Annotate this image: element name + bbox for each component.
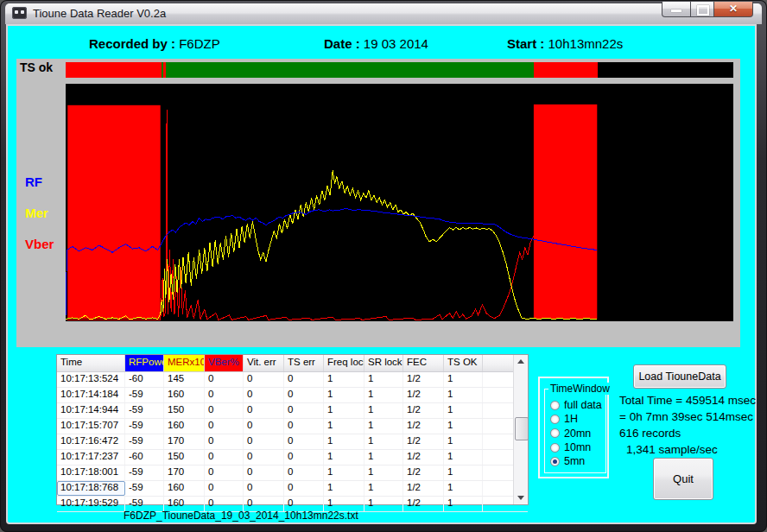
table-cell[interactable]: 1 <box>324 466 364 480</box>
table-cell[interactable]: 1 <box>324 450 364 465</box>
table-cell[interactable]: 10:17:15:707 <box>57 419 125 434</box>
table-cell[interactable]: 1 <box>364 419 403 434</box>
scroll-down-icon[interactable] <box>514 491 528 504</box>
table-row[interactable]: 10:17:18:768-59160000111/21 <box>57 481 528 497</box>
table-cell[interactable]: 0 <box>244 419 284 434</box>
table-cell[interactable]: -59 <box>125 419 164 434</box>
column-header-ts-err[interactable]: TS err <box>284 355 324 371</box>
close-button[interactable]: ✕ <box>713 2 753 17</box>
scrollbar-thumb[interactable] <box>515 417 529 440</box>
table-cell[interactable]: 1 <box>324 419 364 434</box>
table-cell[interactable]: 1 <box>444 450 483 465</box>
table-cell[interactable]: 1 <box>444 497 483 511</box>
table-cell[interactable]: 0 <box>244 434 284 449</box>
table-cell[interactable]: 0 <box>205 403 244 418</box>
time-window-option-5mn[interactable]: 5mn <box>550 454 602 468</box>
table-cell[interactable]: -59 <box>125 403 164 418</box>
table-cell[interactable]: -60 <box>125 450 164 465</box>
table-cell[interactable]: 1 <box>324 403 364 418</box>
table-cell[interactable]: 1 <box>444 372 483 387</box>
table-cell[interactable]: 1 <box>324 388 364 402</box>
table-cell[interactable]: 145 <box>164 372 205 387</box>
table-cell[interactable]: 0 <box>205 372 244 387</box>
table-cell[interactable]: 1/2 <box>403 419 444 434</box>
table-cell[interactable]: 1/2 <box>403 466 444 480</box>
load-tiounedata-button[interactable]: Load TiouneData <box>633 364 726 389</box>
table-cell[interactable]: 0 <box>284 372 324 387</box>
table-cell[interactable]: 10:17:13:524 <box>57 372 125 387</box>
table-cell[interactable]: 1 <box>364 466 403 480</box>
table-cell[interactable]: 1 <box>364 450 403 465</box>
table-cell[interactable]: 1/2 <box>403 372 444 387</box>
table-row[interactable]: 10:17:13:524-60145000111/21 <box>57 372 528 388</box>
table-cell[interactable]: 160 <box>164 481 205 496</box>
table-cell[interactable]: 1 <box>364 388 403 402</box>
time-window-option-full-data[interactable]: full data <box>550 398 602 412</box>
column-header-time[interactable]: Time <box>57 355 125 371</box>
title-bar[interactable]: Tioune Data Reader V0.2a <box>5 3 762 24</box>
maximize-button[interactable] <box>691 2 713 17</box>
quit-button[interactable]: Quit <box>653 458 713 500</box>
table-cell[interactable]: 10:17:14:944 <box>57 403 125 418</box>
column-header-rfpower[interactable]: RFPower <box>125 355 164 371</box>
radio-icon[interactable] <box>550 443 560 453</box>
table-cell[interactable]: 1 <box>324 481 364 496</box>
table-cell[interactable]: 0 <box>205 388 244 402</box>
table-cell[interactable]: 1 <box>364 497 403 511</box>
column-header-merx10[interactable]: MERx10 <box>164 355 205 371</box>
table-cell[interactable]: 170 <box>164 434 205 449</box>
table-cell[interactable]: 1 <box>364 434 403 449</box>
table-cell[interactable]: 1 <box>444 481 483 496</box>
table-cell[interactable]: 150 <box>164 450 205 465</box>
table-cell[interactable]: 170 <box>164 466 205 480</box>
column-header-vit-err[interactable]: Vit. err <box>244 355 284 371</box>
table-row[interactable]: 10:17:14:944-59150000111/21 <box>57 403 528 419</box>
table-cell[interactable]: 1 <box>444 388 483 402</box>
radio-icon[interactable] <box>550 401 560 410</box>
table-cell[interactable]: 0 <box>284 481 324 496</box>
table-cell[interactable]: 0 <box>284 388 324 402</box>
table-cell[interactable]: 150 <box>164 403 205 418</box>
time-window-option-20mn[interactable]: 20mn <box>550 427 602 440</box>
table-cell[interactable]: 0 <box>244 450 284 465</box>
table-row[interactable]: 10:17:18:001-59170000111/21 <box>57 466 528 481</box>
table-cell[interactable]: 1 <box>444 466 483 480</box>
table-cell[interactable]: 0 <box>284 419 324 434</box>
table-cell[interactable]: 0 <box>244 403 284 418</box>
table-cell[interactable]: 1 <box>444 403 483 418</box>
minimize-button[interactable] <box>662 2 691 17</box>
table-cell[interactable]: 1 <box>324 372 364 387</box>
column-header-freq-lock[interactable]: Freq lock <box>324 355 364 371</box>
table-cell[interactable]: -60 <box>125 372 164 387</box>
table-cell[interactable]: 0 <box>205 434 244 449</box>
radio-icon[interactable] <box>550 457 560 466</box>
table-cell[interactable]: 10:17:14:184 <box>57 388 125 402</box>
table-cell[interactable]: 1/2 <box>403 403 444 418</box>
table-cell[interactable]: 0 <box>244 372 284 387</box>
table-cell[interactable]: 1/2 <box>403 481 444 496</box>
scroll-up-icon[interactable] <box>514 355 528 369</box>
table-cell[interactable]: 160 <box>164 388 205 402</box>
table-cell[interactable]: 1 <box>364 372 403 387</box>
table-scrollbar[interactable] <box>513 355 528 504</box>
table-cell[interactable]: 1 <box>444 419 483 434</box>
column-header-vber-[interactable]: VBer% <box>205 355 244 371</box>
table-cell[interactable]: 1 <box>324 434 364 449</box>
table-cell[interactable]: 10:17:18:768 <box>57 481 125 496</box>
table-cell[interactable]: 1/2 <box>403 388 444 402</box>
table-cell[interactable]: 0 <box>284 466 324 480</box>
table-cell[interactable]: 1 <box>364 481 403 496</box>
table-cell[interactable]: 10:17:18:001 <box>57 466 125 480</box>
table-cell[interactable]: 160 <box>164 419 205 434</box>
table-cell[interactable]: 1 <box>364 403 403 418</box>
table-cell[interactable]: 10:17:16:472 <box>57 434 125 449</box>
table-cell[interactable]: 0 <box>284 434 324 449</box>
column-header-ts-ok[interactable]: TS OK <box>444 355 483 371</box>
table-cell[interactable]: -59 <box>125 388 164 402</box>
radio-icon[interactable] <box>550 428 560 438</box>
time-window-option-1H[interactable]: 1H <box>550 412 602 426</box>
table-cell[interactable]: -59 <box>125 481 164 496</box>
radio-icon[interactable] <box>550 415 560 424</box>
table-cell[interactable]: 0 <box>244 388 284 402</box>
table-row[interactable]: 10:17:16:472-59170000111/21 <box>57 434 528 450</box>
